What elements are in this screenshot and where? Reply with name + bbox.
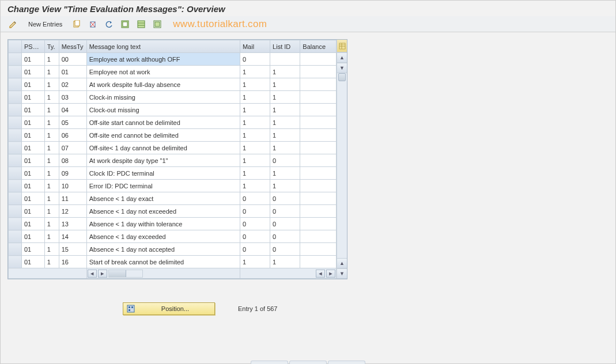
cell-text[interactable]: Employee at work although OFF [86, 53, 240, 66]
row-selector-header[interactable] [9, 40, 22, 53]
cell-balance[interactable] [300, 129, 337, 142]
col-balance[interactable]: Balance [300, 40, 337, 53]
position-button[interactable]: Position... [123, 302, 215, 315]
cell-mail[interactable]: 1 [240, 154, 270, 167]
cell-messty[interactable]: 08 [59, 154, 86, 167]
cell-mail[interactable]: 0 [240, 218, 270, 230]
cell-mail[interactable]: 1 [240, 167, 270, 180]
cell-balance[interactable] [300, 218, 337, 230]
col-list[interactable]: List ID [270, 40, 300, 53]
toggle-edit-icon[interactable] [6, 18, 20, 30]
row-selector[interactable] [9, 91, 22, 104]
row-selector[interactable] [9, 192, 22, 205]
col-ty[interactable]: Ty. [44, 40, 59, 53]
cell-list[interactable]: 0 [270, 243, 300, 256]
cell-text[interactable]: Error ID: PDC terminal [86, 180, 240, 192]
cell-mail[interactable]: 0 [240, 53, 270, 66]
cell-messty[interactable]: 06 [59, 129, 86, 142]
cell-text[interactable]: Start of break cannot be delimited [86, 256, 240, 268]
row-selector[interactable] [9, 230, 22, 243]
cell-ty[interactable]: 1 [44, 243, 59, 256]
cell-balance[interactable] [300, 142, 337, 154]
cell-psg[interactable]: 01 [21, 243, 44, 256]
cell-balance[interactable] [300, 192, 337, 205]
cell-messty[interactable]: 15 [59, 243, 86, 256]
cell-psg[interactable]: 01 [21, 104, 44, 116]
cell-mail[interactable]: 1 [240, 256, 270, 268]
cell-psg[interactable]: 01 [21, 218, 44, 230]
cell-mail[interactable]: 0 [240, 230, 270, 243]
cell-messty[interactable]: 02 [59, 78, 86, 91]
cell-psg[interactable]: 01 [21, 66, 44, 78]
cell-ty[interactable]: 1 [44, 256, 59, 268]
hscroll-thumb[interactable] [109, 270, 126, 277]
cell-mail[interactable]: 0 [240, 192, 270, 205]
scroll-down2-icon[interactable]: ▼ [337, 268, 347, 279]
cell-mail[interactable]: 0 [240, 243, 270, 256]
cell-text[interactable]: Off-site start cannot be delimited [86, 116, 240, 129]
hscroll-left2-icon[interactable]: ◄ [316, 270, 325, 278]
cell-balance[interactable] [300, 104, 337, 116]
cell-ty[interactable]: 1 [44, 230, 59, 243]
row-selector[interactable] [9, 167, 22, 180]
cell-list[interactable]: 1 [270, 256, 300, 268]
cell-mail[interactable]: 1 [240, 104, 270, 116]
col-messty[interactable]: MessTy [59, 40, 86, 53]
cell-psg[interactable]: 01 [21, 256, 44, 268]
row-selector[interactable] [9, 142, 22, 154]
row-selector[interactable] [9, 205, 22, 218]
cell-text[interactable]: Absence < 1 day not exceeded [86, 205, 240, 218]
cell-list[interactable]: 0 [270, 154, 300, 167]
col-text[interactable]: Message long text [86, 40, 240, 53]
cell-mail[interactable]: 1 [240, 116, 270, 129]
cell-balance[interactable] [300, 243, 337, 256]
row-selector[interactable] [9, 243, 22, 256]
cell-balance[interactable] [300, 66, 337, 78]
cell-ty[interactable]: 1 [44, 91, 59, 104]
cell-text[interactable]: At work despite full-day absence [86, 78, 240, 91]
row-selector[interactable] [9, 78, 22, 91]
table-settings-icon[interactable] [337, 40, 347, 52]
cell-list[interactable]: 1 [270, 167, 300, 180]
scroll-up2-icon[interactable]: ▲ [337, 258, 347, 268]
cell-ty[interactable]: 1 [44, 154, 59, 167]
cell-mail[interactable]: 1 [240, 91, 270, 104]
cell-text[interactable]: Absence < 1 day not accepted [86, 243, 240, 256]
select-all-icon[interactable] [119, 19, 131, 29]
col-mail[interactable]: Mail [240, 40, 270, 53]
cell-list[interactable]: 1 [270, 91, 300, 104]
row-selector[interactable] [9, 66, 22, 78]
cell-messty[interactable]: 12 [59, 205, 86, 218]
undo-icon[interactable] [103, 19, 115, 29]
cell-messty[interactable]: 01 [59, 66, 86, 78]
cell-mail[interactable]: 0 [240, 205, 270, 218]
cell-balance[interactable] [300, 205, 337, 218]
row-selector[interactable] [9, 53, 22, 66]
cell-messty[interactable]: 00 [59, 53, 86, 66]
cell-list[interactable]: 0 [270, 205, 300, 218]
select-block-icon[interactable] [135, 19, 148, 29]
new-entries-button[interactable]: New Entries [24, 20, 67, 28]
cell-ty[interactable]: 1 [44, 129, 59, 142]
cell-text[interactable]: Clock-out missing [86, 104, 240, 116]
hscroll-left-icon[interactable]: ◄ [88, 270, 97, 278]
cell-balance[interactable] [300, 180, 337, 192]
cell-list[interactable]: 1 [270, 78, 300, 91]
cell-messty[interactable]: 04 [59, 104, 86, 116]
cell-psg[interactable]: 01 [21, 167, 44, 180]
cell-list[interactable]: 0 [270, 230, 300, 243]
cell-text[interactable]: Off-site< 1 day cannot be delimited [86, 142, 240, 154]
cell-mail[interactable]: 1 [240, 78, 270, 91]
cell-ty[interactable]: 1 [44, 53, 59, 66]
cell-psg[interactable]: 01 [21, 180, 44, 192]
cell-list[interactable]: 0 [270, 192, 300, 205]
hscroll-track[interactable] [108, 270, 143, 278]
cell-balance[interactable] [300, 256, 337, 268]
cell-messty[interactable]: 10 [59, 180, 86, 192]
cell-messty[interactable]: 11 [59, 192, 86, 205]
cell-messty[interactable]: 16 [59, 256, 86, 268]
cell-ty[interactable]: 1 [44, 116, 59, 129]
row-selector[interactable] [9, 116, 22, 129]
scroll-down-icon[interactable]: ▼ [337, 63, 347, 73]
cell-psg[interactable]: 01 [21, 53, 44, 66]
